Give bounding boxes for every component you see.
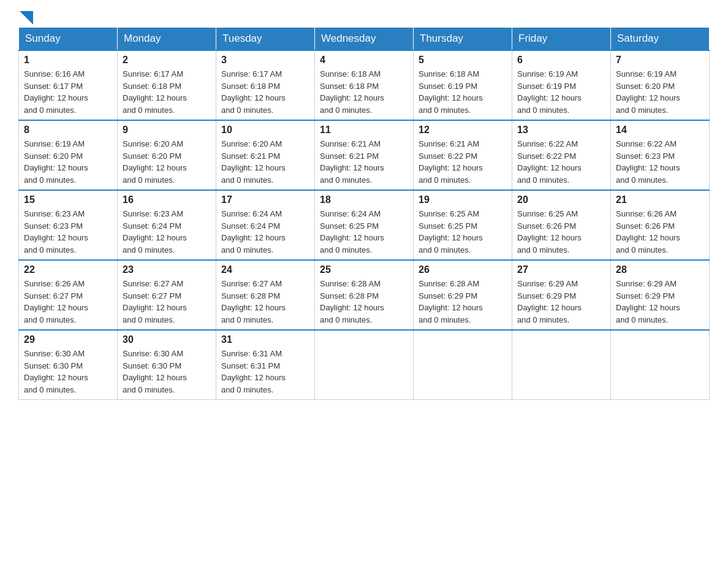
- day-info: Sunrise: 6:17 AMSunset: 6:18 PMDaylight:…: [123, 68, 211, 116]
- calendar-cell: [315, 330, 414, 400]
- calendar-cell: 24Sunrise: 6:27 AMSunset: 6:28 PMDayligh…: [216, 260, 315, 330]
- day-number: 1: [24, 55, 112, 66]
- calendar-cell: 31Sunrise: 6:31 AMSunset: 6:31 PMDayligh…: [216, 330, 315, 400]
- calendar-cell: 9Sunrise: 6:20 AMSunset: 6:20 PMDaylight…: [118, 120, 216, 190]
- day-number: 27: [517, 264, 605, 275]
- logo: [18, 12, 33, 21]
- day-info: Sunrise: 6:25 AMSunset: 6:25 PMDaylight:…: [419, 208, 507, 256]
- calendar-cell: 1Sunrise: 6:16 AMSunset: 6:17 PMDaylight…: [19, 50, 118, 120]
- day-number: 29: [24, 334, 112, 345]
- day-info: Sunrise: 6:23 AMSunset: 6:23 PMDaylight:…: [24, 208, 112, 256]
- day-number: 25: [320, 264, 408, 275]
- day-info: Sunrise: 6:21 AMSunset: 6:21 PMDaylight:…: [320, 138, 408, 186]
- day-info: Sunrise: 6:20 AMSunset: 6:20 PMDaylight:…: [123, 138, 211, 186]
- calendar-cell: 20Sunrise: 6:25 AMSunset: 6:26 PMDayligh…: [512, 190, 611, 260]
- calendar-cell: [414, 330, 512, 400]
- calendar-cell: 30Sunrise: 6:30 AMSunset: 6:30 PMDayligh…: [118, 330, 216, 400]
- week-row-2: 8Sunrise: 6:19 AMSunset: 6:20 PMDaylight…: [19, 120, 710, 190]
- day-info: Sunrise: 6:24 AMSunset: 6:25 PMDaylight:…: [320, 208, 408, 256]
- column-header-tuesday: Tuesday: [216, 28, 315, 51]
- logo-triangle-icon: [20, 11, 33, 25]
- day-info: Sunrise: 6:19 AMSunset: 6:20 PMDaylight:…: [24, 138, 112, 186]
- day-number: 3: [221, 55, 309, 66]
- calendar-cell: 7Sunrise: 6:19 AMSunset: 6:20 PMDaylight…: [611, 50, 710, 120]
- day-info: Sunrise: 6:26 AMSunset: 6:26 PMDaylight:…: [616, 208, 704, 256]
- calendar-cell: 28Sunrise: 6:29 AMSunset: 6:29 PMDayligh…: [611, 260, 710, 330]
- day-info: Sunrise: 6:17 AMSunset: 6:18 PMDaylight:…: [221, 68, 309, 116]
- calendar-cell: [512, 330, 611, 400]
- day-info: Sunrise: 6:28 AMSunset: 6:28 PMDaylight:…: [320, 278, 408, 326]
- calendar-cell: 23Sunrise: 6:27 AMSunset: 6:27 PMDayligh…: [118, 260, 216, 330]
- svg-marker-0: [20, 11, 33, 25]
- calendar-table: SundayMondayTuesdayWednesdayThursdayFrid…: [18, 27, 710, 400]
- calendar-header-row: SundayMondayTuesdayWednesdayThursdayFrid…: [19, 28, 710, 51]
- day-info: Sunrise: 6:23 AMSunset: 6:24 PMDaylight:…: [123, 208, 211, 256]
- day-number: 16: [123, 194, 211, 205]
- calendar-cell: 18Sunrise: 6:24 AMSunset: 6:25 PMDayligh…: [315, 190, 414, 260]
- day-number: 11: [320, 124, 408, 136]
- page-header: [18, 12, 710, 21]
- calendar-cell: 26Sunrise: 6:28 AMSunset: 6:29 PMDayligh…: [414, 260, 512, 330]
- day-info: Sunrise: 6:30 AMSunset: 6:30 PMDaylight:…: [123, 348, 211, 396]
- day-number: 12: [419, 124, 507, 136]
- calendar-cell: 6Sunrise: 6:19 AMSunset: 6:19 PMDaylight…: [512, 50, 611, 120]
- column-header-wednesday: Wednesday: [315, 28, 414, 51]
- calendar-cell: 29Sunrise: 6:30 AMSunset: 6:30 PMDayligh…: [19, 330, 118, 400]
- calendar-cell: 12Sunrise: 6:21 AMSunset: 6:22 PMDayligh…: [414, 120, 512, 190]
- day-info: Sunrise: 6:27 AMSunset: 6:28 PMDaylight:…: [221, 278, 309, 326]
- day-number: 24: [221, 264, 309, 275]
- calendar-cell: 25Sunrise: 6:28 AMSunset: 6:28 PMDayligh…: [315, 260, 414, 330]
- week-row-5: 29Sunrise: 6:30 AMSunset: 6:30 PMDayligh…: [19, 330, 710, 400]
- day-info: Sunrise: 6:22 AMSunset: 6:22 PMDaylight:…: [517, 138, 605, 186]
- day-number: 7: [616, 55, 704, 66]
- calendar-cell: 3Sunrise: 6:17 AMSunset: 6:18 PMDaylight…: [216, 50, 315, 120]
- day-info: Sunrise: 6:24 AMSunset: 6:24 PMDaylight:…: [221, 208, 309, 256]
- day-info: Sunrise: 6:28 AMSunset: 6:29 PMDaylight:…: [419, 278, 507, 326]
- day-info: Sunrise: 6:29 AMSunset: 6:29 PMDaylight:…: [616, 278, 704, 326]
- day-info: Sunrise: 6:18 AMSunset: 6:18 PMDaylight:…: [320, 68, 408, 116]
- day-info: Sunrise: 6:21 AMSunset: 6:22 PMDaylight:…: [419, 138, 507, 186]
- day-number: 19: [419, 194, 507, 205]
- week-row-1: 1Sunrise: 6:16 AMSunset: 6:17 PMDaylight…: [19, 50, 710, 120]
- day-number: 30: [123, 334, 211, 345]
- calendar-cell: 22Sunrise: 6:26 AMSunset: 6:27 PMDayligh…: [19, 260, 118, 330]
- day-number: 6: [517, 55, 605, 66]
- day-number: 17: [221, 194, 309, 205]
- calendar-cell: 15Sunrise: 6:23 AMSunset: 6:23 PMDayligh…: [19, 190, 118, 260]
- column-header-thursday: Thursday: [414, 28, 512, 51]
- calendar-cell: 21Sunrise: 6:26 AMSunset: 6:26 PMDayligh…: [611, 190, 710, 260]
- day-number: 31: [221, 334, 309, 345]
- day-number: 8: [24, 124, 112, 136]
- day-number: 21: [616, 194, 704, 205]
- day-number: 4: [320, 55, 408, 66]
- calendar-cell: 27Sunrise: 6:29 AMSunset: 6:29 PMDayligh…: [512, 260, 611, 330]
- week-row-3: 15Sunrise: 6:23 AMSunset: 6:23 PMDayligh…: [19, 190, 710, 260]
- calendar-cell: 19Sunrise: 6:25 AMSunset: 6:25 PMDayligh…: [414, 190, 512, 260]
- day-number: 28: [616, 264, 704, 275]
- calendar-cell: 2Sunrise: 6:17 AMSunset: 6:18 PMDaylight…: [118, 50, 216, 120]
- day-info: Sunrise: 6:29 AMSunset: 6:29 PMDaylight:…: [517, 278, 605, 326]
- calendar-cell: 10Sunrise: 6:20 AMSunset: 6:21 PMDayligh…: [216, 120, 315, 190]
- day-number: 13: [517, 124, 605, 136]
- day-info: Sunrise: 6:18 AMSunset: 6:19 PMDaylight:…: [419, 68, 507, 116]
- calendar-cell: 5Sunrise: 6:18 AMSunset: 6:19 PMDaylight…: [414, 50, 512, 120]
- day-number: 2: [123, 55, 211, 66]
- day-number: 5: [419, 55, 507, 66]
- column-header-friday: Friday: [512, 28, 611, 51]
- day-number: 10: [221, 124, 309, 136]
- calendar-cell: 16Sunrise: 6:23 AMSunset: 6:24 PMDayligh…: [118, 190, 216, 260]
- day-info: Sunrise: 6:25 AMSunset: 6:26 PMDaylight:…: [517, 208, 605, 256]
- day-info: Sunrise: 6:27 AMSunset: 6:27 PMDaylight:…: [123, 278, 211, 326]
- day-number: 22: [24, 264, 112, 275]
- column-header-monday: Monday: [118, 28, 216, 51]
- calendar-cell: 4Sunrise: 6:18 AMSunset: 6:18 PMDaylight…: [315, 50, 414, 120]
- week-row-4: 22Sunrise: 6:26 AMSunset: 6:27 PMDayligh…: [19, 260, 710, 330]
- day-number: 18: [320, 194, 408, 205]
- day-info: Sunrise: 6:16 AMSunset: 6:17 PMDaylight:…: [24, 68, 112, 116]
- day-info: Sunrise: 6:19 AMSunset: 6:19 PMDaylight:…: [517, 68, 605, 116]
- column-header-saturday: Saturday: [611, 28, 710, 51]
- day-number: 23: [123, 264, 211, 275]
- calendar-cell: 8Sunrise: 6:19 AMSunset: 6:20 PMDaylight…: [19, 120, 118, 190]
- calendar-cell: [611, 330, 710, 400]
- day-number: 20: [517, 194, 605, 205]
